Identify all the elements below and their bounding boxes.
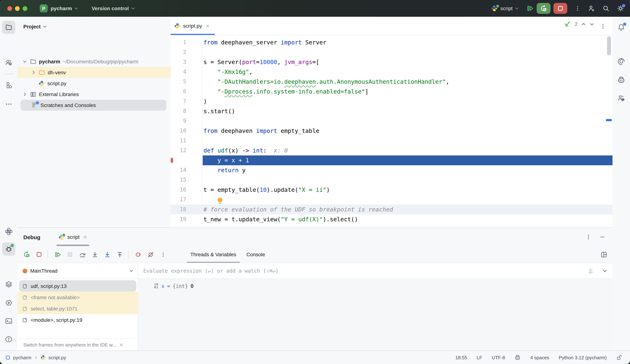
support-community-button[interactable]: ? [2,56,15,69]
editor-tab-script-py[interactable]: script.py [170,17,215,35]
code-text[interactable]: t = empty_table(10).update("X = ii") [203,185,612,195]
line-number[interactable]: 19 [170,214,203,224]
next-problem-chevron-icon[interactable] [590,22,594,26]
intention-bulb-icon[interactable] [218,198,222,202]
view-breakpoints-button[interactable] [133,249,144,260]
editor-scrollbar-thumb[interactable] [607,36,611,55]
close-tab-button[interactable] [206,24,210,28]
code-text[interactable]: "-Xmx16g", [203,67,612,77]
breadcrumb-file[interactable]: script.py [48,355,66,360]
dismiss-hint-button[interactable] [119,343,123,347]
tree-row-external-libraries[interactable]: External Libraries [18,89,170,100]
code-text[interactable]: return y [203,165,612,175]
code-line-8[interactable]: 8s.start() [170,106,612,116]
code-text[interactable]: s = Server(port=10000, jvm_args=[ [203,57,612,67]
line-number[interactable]: 6 [170,87,203,96]
code-text[interactable]: def udf(x) -> int: x: 0 [203,146,612,156]
stop-button[interactable] [34,249,44,260]
code-line-15[interactable]: 15 [170,175,612,185]
code-text[interactable] [203,136,612,146]
code-line-4[interactable]: 4 "-Xmx16g", [170,67,612,77]
code-text[interactable]: y = x + 1 [203,156,612,165]
line-number[interactable]: 18 [170,204,203,214]
prev-problem-chevron-icon[interactable] [581,22,586,26]
code-text[interactable]: # force evaluation of the UDF so breakpo… [203,204,612,214]
line-number[interactable]: 11 [170,136,203,146]
settings-button[interactable] [617,5,624,12]
code-line-9[interactable]: 9 [170,116,612,126]
code-text[interactable]: ) [203,96,612,106]
tab-console[interactable]: Console [241,246,270,263]
line-number[interactable]: 3 [170,57,203,67]
breadcrumb-project[interactable]: pycharm [13,355,31,360]
step-into-button[interactable] [89,249,100,260]
debug-more-actions-button[interactable] [158,249,168,260]
line-number[interactable]: 16 [170,185,203,195]
step-over-button[interactable] [77,249,88,260]
debug-session-tab[interactable]: script [56,228,89,246]
frame-row[interactable]: udf, script.py:13 [19,280,136,292]
code-text[interactable]: t_new = t.update_view("Y = udf(X)").sele… [203,214,612,224]
pause-program-button[interactable] [64,249,76,260]
encoding-widget[interactable]: UTF-8 [492,355,505,360]
tab-threads-variables[interactable]: Threads & Variables [185,246,241,263]
services-tool-window-button[interactable] [2,278,15,291]
line-number[interactable]: 7 [170,96,203,106]
code-text[interactable]: from deephaven_server import Server [203,37,612,47]
line-number[interactable]: 8 [170,106,203,116]
code-text[interactable]: "-DAuthHandlers=io.deephaven.auth.Anonym… [203,77,612,87]
problems-tool-window-button[interactable] [2,333,15,346]
code-text[interactable] [203,195,612,204]
chevron-expanded-icon[interactable] [22,59,27,64]
code-line-1[interactable]: 1from deephaven_server import Server [170,37,612,47]
code-line-14[interactable]: 14 return y [170,165,612,175]
line-number[interactable]: 15 [170,175,203,185]
close-session-button[interactable] [83,235,87,239]
python-console-button[interactable] [2,225,15,238]
code-line-11[interactable]: 11 [170,136,612,146]
code-text[interactable]: "-Dprocess.info.system-info.enabled=fals… [203,87,612,96]
chevron-collapsed-icon[interactable] [22,92,27,96]
notifications-button[interactable] [615,21,628,34]
run-tool-window-button[interactable] [2,296,15,309]
line-number[interactable]: 2 [170,47,203,57]
search-everywhere-button[interactable] [602,5,610,12]
project-menu[interactable]: pycharm [51,5,72,11]
code-line-10[interactable]: 10from deephaven import empty_table [170,126,612,136]
ai-assistant-button[interactable] [615,55,628,68]
code-line-5[interactable]: 5 "-DAuthHandlers=io.deephaven.auth.Anon… [170,77,612,87]
copilot-button[interactable] [615,74,628,87]
project-tool-window-button[interactable] [2,21,15,34]
run-configuration-selector[interactable]: script [491,5,519,12]
chevron-collapsed-icon[interactable] [31,70,36,75]
code-line-13[interactable]: y = x + 1 [170,156,612,165]
code-text[interactable]: from deephaven import empty_table [203,126,612,136]
code-text[interactable] [203,175,612,185]
unlocked-padlock-icon[interactable] [616,355,622,360]
thread-selector[interactable]: MainThread [18,263,138,279]
force-step-into-button[interactable] [102,249,113,260]
line-number[interactable]: 14 [170,165,203,175]
resume-program-button[interactable] [52,249,63,260]
code-line-12[interactable]: 12def udf(x) -> int: x: 0 [170,146,612,156]
zoom-window-button[interactable] [22,6,27,11]
frame-row[interactable]: <module>, script.py:19 [18,314,138,325]
line-separator-widget[interactable]: LF [477,355,482,360]
kebab-menu-icon[interactable] [586,234,591,240]
rerun-debug-button[interactable] [21,249,32,260]
add-watch-icon[interactable] [587,267,594,274]
vcs-menu[interactable]: Version control [92,5,129,11]
tree-row-dh-venv[interactable]: dh-venv [18,67,170,78]
code-line-7[interactable]: 7) [170,96,612,106]
hide-panel-icon[interactable] [600,234,605,240]
code-text[interactable]: s.start() [203,106,612,116]
code-line-19[interactable]: 19t_new = t.update_view("Y = udf(X)").se… [170,214,612,224]
copilot-chat-button[interactable] [615,92,628,105]
tree-row-script-py[interactable]: script.py [18,78,170,89]
line-number[interactable]: 10 [170,126,203,136]
line-number[interactable]: 4 [170,67,203,77]
frame-row[interactable]: select, table.py:1071 [18,303,138,314]
code-text[interactable] [203,116,612,126]
tree-row-project-root[interactable]: pycharm ~/Documents/Debug/pip/pycharm [18,56,170,67]
project-panel-title[interactable]: Project [23,24,41,29]
